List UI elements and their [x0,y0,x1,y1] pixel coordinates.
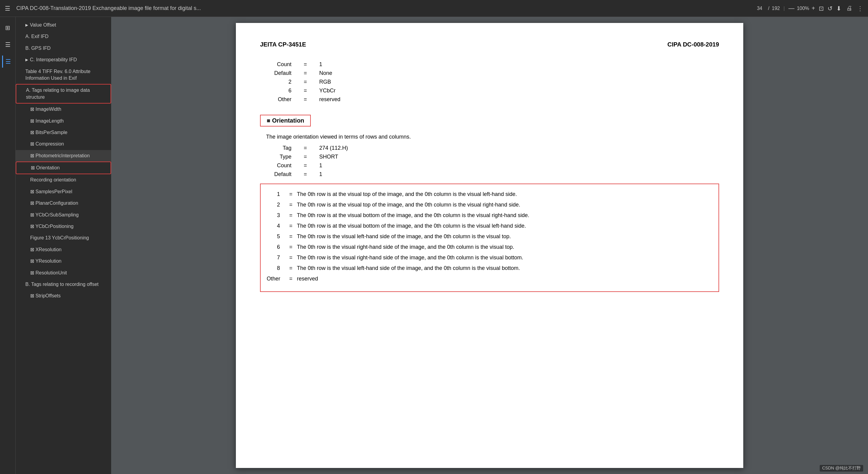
list-item: 5=The 0th row is the visual left-hand si… [267,232,712,241]
page-total: 192 [772,6,780,11]
thumbnail-icon[interactable]: ⊞ [3,22,13,34]
value-equals: = [285,243,297,251]
list-item: Other=reserved [267,275,712,283]
sidebar-item-label: Table 4 TIFF Rev. 6.0 Attribute Informat… [25,68,106,82]
history-button[interactable]: ↺ [828,5,833,12]
sidebar-item-label: B. GPS IFD [25,45,51,52]
sidebar-item-planar-config[interactable]: ⊠ PlanarConfiguration [16,197,111,209]
bookmark-icon[interactable]: ☰ [2,56,13,68]
sidebar-item-figure13-ycbcr[interactable]: Figure 13 YcbCrPositioning [16,232,111,244]
sidebar-item-label: ⊠ BitsPerSample [30,129,67,136]
sidebar-item-label: ⊠ PhotometricInterpretation [30,153,90,159]
sidebar-item-a-exif-ifd[interactable]: A. Exif IFD [16,31,111,42]
orientation-heading: Orientation [260,115,311,126]
orientation-props-table: Tag=274 (112.H)Type=SHORTCount=1Default=… [260,144,719,179]
sidebar-item-label: ⊠ ImageLength [30,118,64,124]
sidebar-item-label: ⊠ XResolution [30,246,62,253]
sidebar-item-label: ⊠ ResolutionUnit [30,270,67,276]
value-number: 1 [267,190,285,198]
menu-icon[interactable]: ☰ [5,5,10,12]
table-row: 2=RGB [260,77,719,86]
value-number: 7 [267,254,285,262]
value-equals: = [285,275,297,283]
value-number: Other [267,275,285,283]
sidebar-item-label: B. Tags relating to recording offset [25,281,98,288]
zoom-controls: — 100% + [788,5,815,12]
sidebar-item-label: Figure 13 YcbCrPositioning [30,234,89,241]
sidebar-item-ycbcr-subsampling[interactable]: ⊠ YCbCrSubSampling [16,209,111,221]
sidebar-item-label: ⊠ Orientation [31,164,60,171]
sidebar-item-resolution-unit[interactable]: ⊠ ResolutionUnit [16,267,111,279]
value-description: The 0th row is the visual left-hand side… [297,264,712,272]
sidebar-item-y-resolution[interactable]: ⊠ YResolution [16,255,111,267]
list-item: 2=The 0th row is at the visual top of th… [267,201,712,209]
outline-icon[interactable]: ☰ [3,39,13,51]
list-item: 8=The 0th row is the visual left-hand si… [267,264,712,272]
sidebar-item-table4-tiff[interactable]: Table 4 TIFF Rev. 6.0 Attribute Informat… [16,66,111,84]
sidebar-item-label: A. Tags relating to image data structure [26,87,106,100]
table-row: Other=reserved [260,95,719,104]
sidebar-item-label: Recording orientation [30,177,76,183]
value-equals: = [285,201,297,209]
sidebar-item-label: ⊠ YResolution [30,258,61,264]
value-number: 6 [267,243,285,251]
print-button[interactable]: 🖨 [846,5,852,12]
zoom-in-button[interactable]: + [811,5,815,12]
page-navigation: / 192 [753,6,780,11]
sidebar-item-image-width[interactable]: ⊠ ImageWidth [16,103,111,115]
table-row: Default=None [260,69,719,77]
sidebar-item-b-tags-recording[interactable]: B. Tags relating to recording offset [16,279,111,290]
sidebar-item-a-tags-image[interactable]: A. Tags relating to image data structure [16,84,111,103]
arrow-icon: ▶ [25,23,28,28]
value-description: The 0th row is at the visual top of the … [297,190,712,198]
sidebar-item-image-length[interactable]: ⊠ ImageLength [16,115,111,127]
side-icon-bar: ⊞ ☰ ☰ [0,17,16,474]
sidebar-item-strip-offsets[interactable]: ⊠ StripOffsets [16,290,111,302]
pdf-viewer[interactable]: JEITA CP-3451E CIPA DC-008-2019 Count=1D… [111,17,868,474]
download-button[interactable]: ⬇ [836,5,841,12]
list-item: 7=The 0th row is the visual right-hand s… [267,254,712,262]
pre-orientation-table: Count=1Default=None2=RGB6=YCbCrOther=res… [260,60,719,104]
page-number-input[interactable] [753,6,766,11]
sidebar-item-bits-per-sample[interactable]: ⊠ BitsPerSample [16,127,111,138]
sidebar-item-c-interop-ifd[interactable]: ▶ C. Interoperability IFD [16,54,111,65]
toolbar-sep-1: | [783,6,785,11]
fit-page-button[interactable]: ⊡ [819,5,824,12]
value-equals: = [285,211,297,220]
table-row: Type=SHORT [260,153,719,161]
sidebar-item-label: Value Offset [30,22,56,28]
sidebar-item-ycbcr-positioning[interactable]: ⊠ YCbCrPositioning [16,221,111,232]
sidebar-item-label: ⊠ ImageWidth [30,106,61,113]
orientation-values-box: 1=The 0th row is at the visual top of th… [260,184,719,292]
table-row: 6=YCbCr [260,86,719,95]
sidebar-item-compression[interactable]: ⊠ Compression [16,138,111,150]
sidebar-item-label: ⊠ StripOffsets [30,292,61,299]
value-description: The 0th row is the visual right-hand sid… [297,243,712,251]
value-equals: = [285,254,297,262]
value-description: The 0th row is at the visual top of the … [297,201,712,209]
sidebar-item-label: A. Exif IFD [25,33,48,40]
more-options-button[interactable]: ⋮ [857,5,863,12]
sidebar-item-x-resolution[interactable]: ⊠ XResolution [16,244,111,255]
pdf-header-right: CIPA DC-008-2019 [668,41,719,48]
sidebar-item-samples-per-pixel[interactable]: ⊠ SamplesPerPixel [16,186,111,197]
sidebar-item-label: ⊠ PlanarConfiguration [30,200,78,207]
value-number: 2 [267,201,285,209]
sidebar: ▶ Value Offset A. Exif IFD B. GPS IFD ▶ … [16,17,111,474]
sidebar-item-orientation[interactable]: ⊠ Orientation [16,161,111,174]
value-number: 3 [267,211,285,220]
watermark: CSDN @纯比不打野 [820,465,863,472]
value-number: 4 [267,222,285,230]
value-number: 5 [267,232,285,241]
sidebar-item-recording-orientation[interactable]: Recording orientation [16,174,111,186]
sidebar-item-label: ⊠ YCbCrPositioning [30,223,73,230]
sidebar-item-value-offset[interactable]: ▶ Value Offset [16,19,111,31]
main-area: ⊞ ☰ ☰ ▶ Value Offset A. Exif IFD B. GPS … [0,17,868,474]
sidebar-item-label: ⊠ SamplesPerPixel [30,188,72,195]
table-row: Count=1 [260,161,719,170]
sidebar-item-b-gps-ifd[interactable]: B. GPS IFD [16,42,111,54]
sidebar-item-photometric-interp[interactable]: ⊠ PhotometricInterpretation [16,150,111,161]
zoom-out-button[interactable]: — [788,5,794,12]
value-description: The 0th row is at the visual bottom of t… [297,222,712,230]
list-item: 6=The 0th row is the visual right-hand s… [267,243,712,251]
